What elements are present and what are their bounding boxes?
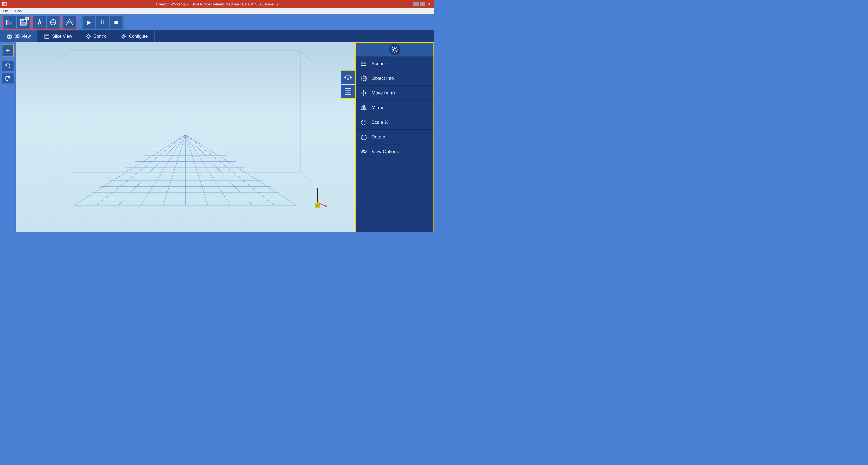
control-icon xyxy=(86,33,91,39)
save-button[interactable]: 0 xyxy=(17,16,30,29)
scale-icon xyxy=(359,118,368,127)
grid-view-button[interactable] xyxy=(341,85,355,98)
close-button[interactable]: ✕ xyxy=(426,2,432,6)
svg-marker-30 xyxy=(8,77,10,79)
maximize-button[interactable]: □ xyxy=(420,2,425,6)
svg-point-68 xyxy=(393,48,396,51)
tab-3d-view[interactable]: 3D View xyxy=(0,30,37,42)
nav-tabs: 3D View Slice View Control xyxy=(0,30,434,42)
view-options-label: View Options xyxy=(372,149,430,154)
toolbar-tool-group xyxy=(32,14,61,30)
menu-file[interactable]: File xyxy=(2,9,9,13)
grid-floor: .grid-line { stroke: #5588cc; stroke-wid… xyxy=(74,135,297,216)
window-title: Creation Workshop - ( Slice Profile : de… xyxy=(156,2,278,6)
add-object-button[interactable]: + xyxy=(2,45,14,56)
svg-marker-89 xyxy=(361,92,362,94)
panel-move[interactable]: Move (mm) xyxy=(356,86,433,100)
svg-marker-82 xyxy=(361,77,362,80)
move-icon xyxy=(359,88,368,98)
tab-configure[interactable]: Configure xyxy=(114,30,154,42)
open-button[interactable] xyxy=(3,16,16,29)
svg-line-59 xyxy=(186,135,252,205)
window-controls: ─ □ ✕ xyxy=(413,2,432,6)
object-info-label: Object Info xyxy=(372,76,430,81)
panel-scale[interactable]: Scale % xyxy=(356,115,433,130)
scale-label: Scale % xyxy=(372,120,430,125)
svg-line-39 xyxy=(51,173,70,183)
svg-rect-3 xyxy=(6,20,9,21)
minimize-button[interactable]: ─ xyxy=(413,2,419,6)
tab-slice-view-label: Slice View xyxy=(52,34,72,39)
tab-3d-view-label: 3D View xyxy=(14,34,31,39)
right-panel-header xyxy=(356,43,433,56)
object-info-icon xyxy=(359,74,368,83)
3d-view-icon xyxy=(6,33,12,39)
panel-rotate[interactable]: Rotate xyxy=(356,130,433,144)
panel-scene[interactable]: Scene xyxy=(356,56,433,71)
save-badge: 0 xyxy=(25,17,29,20)
select-tool-button[interactable] xyxy=(33,16,46,29)
svg-marker-29 xyxy=(6,64,8,66)
tab-configure-label: Configure xyxy=(129,34,148,39)
move-label: Move (mm) xyxy=(372,90,430,96)
home-view-button[interactable] xyxy=(341,70,355,84)
undo-button[interactable] xyxy=(2,61,14,71)
tab-slice-view[interactable]: Slice View xyxy=(37,30,79,42)
play-button[interactable]: ▶ xyxy=(83,16,95,29)
toolbar-slice-group xyxy=(62,14,77,30)
svg-rect-71 xyxy=(345,88,351,94)
svg-line-57 xyxy=(186,135,208,205)
svg-line-8 xyxy=(38,19,40,26)
mirror-icon xyxy=(359,103,368,112)
scene-icon xyxy=(359,59,368,68)
panel-mirror[interactable]: Mirror xyxy=(356,100,433,115)
svg-point-9 xyxy=(39,20,40,22)
app-icon xyxy=(2,2,6,6)
slice-button[interactable] xyxy=(63,16,76,29)
svg-line-55 xyxy=(163,135,186,205)
left-panel: + xyxy=(0,42,16,232)
svg-marker-88 xyxy=(365,92,367,94)
plus-icon: + xyxy=(6,47,10,54)
svg-text:Y: Y xyxy=(317,204,318,207)
toolbar: 0 ▶ xyxy=(0,14,434,30)
view-buttons xyxy=(341,70,355,99)
svg-rect-0 xyxy=(3,2,6,6)
svg-marker-92 xyxy=(364,105,366,110)
tab-control[interactable]: Control xyxy=(79,30,115,42)
rotate-icon xyxy=(359,133,368,142)
pause-button[interactable]: ⏸ xyxy=(96,16,109,29)
panel-object-info[interactable]: Object Info xyxy=(356,71,433,86)
svg-rect-5 xyxy=(22,19,24,22)
stop-button[interactable]: ⏹ xyxy=(110,16,123,29)
menu-bar: File Help xyxy=(0,8,434,14)
svg-point-98 xyxy=(364,151,364,152)
svg-point-81 xyxy=(363,78,365,79)
redo-button[interactable] xyxy=(2,73,14,84)
svg-point-19 xyxy=(9,35,10,37)
toolbar-playback-group: ▶ ⏸ ⏹ xyxy=(82,14,124,30)
svg-line-54 xyxy=(141,135,186,205)
svg-point-23 xyxy=(87,35,90,38)
svg-marker-79 xyxy=(361,61,362,63)
svg-line-60 xyxy=(186,135,275,205)
main-area: + xyxy=(0,42,434,232)
scene-label: Scene xyxy=(372,61,430,66)
panel-view-options[interactable]: View Options xyxy=(356,144,433,159)
svg-rect-20 xyxy=(45,34,49,38)
svg-marker-65 xyxy=(325,205,328,207)
svg-marker-13 xyxy=(66,20,73,25)
view-options-icon xyxy=(359,147,368,156)
svg-line-36 xyxy=(301,51,314,64)
transform-tool-button[interactable] xyxy=(46,16,60,29)
svg-marker-63 xyxy=(316,187,318,190)
svg-point-28 xyxy=(123,35,125,37)
mirror-label: Mirror xyxy=(372,105,430,111)
viewport[interactable]: .grid-line { stroke: #5588cc; stroke-wid… xyxy=(16,42,355,232)
svg-line-58 xyxy=(186,135,230,205)
svg-line-53 xyxy=(119,135,186,205)
menu-help[interactable]: Help xyxy=(14,9,23,13)
svg-line-61 xyxy=(186,135,297,205)
configure-icon xyxy=(121,33,127,39)
toolbar-file-group: 0 xyxy=(2,14,31,30)
